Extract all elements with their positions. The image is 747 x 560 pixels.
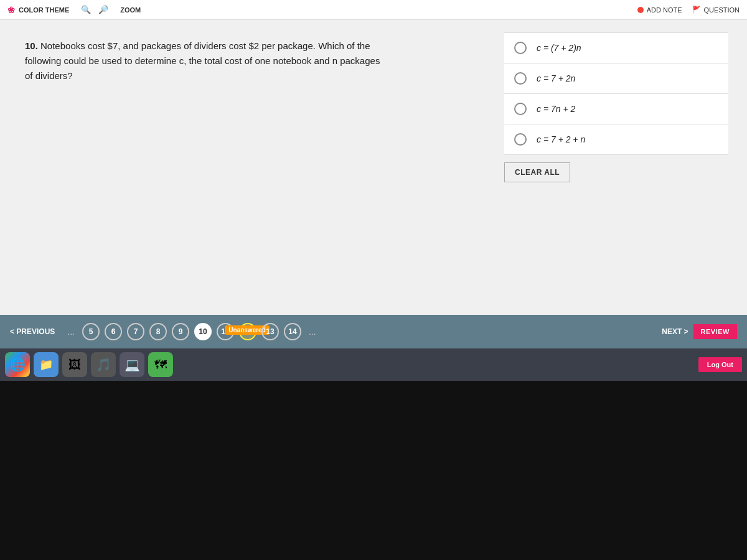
question-area: 10. Notebooks cost $7, and packages of d… <box>0 20 747 315</box>
nav-number-10-wrapper: 10 <box>194 323 212 340</box>
zoom-label: ZOOM <box>120 6 141 14</box>
question-left: 10. Notebooks cost $7, and packages of d… <box>0 20 486 315</box>
radio-a[interactable] <box>514 42 527 54</box>
nav-number-5[interactable]: 5 <box>82 323 100 340</box>
toolbar-left: ❀ COLOR THEME 🔍 🔎 ZOOM <box>7 3 141 17</box>
flag-icon: 🚩 <box>692 6 701 14</box>
answer-text-a: c = (7 + 2)n <box>537 43 581 53</box>
answer-text-b: c = 7 + 2n <box>537 73 575 83</box>
radio-b[interactable] <box>514 72 527 85</box>
nav-number-13[interactable]: 13 <box>261 323 279 340</box>
question-right: c = (7 + 2)n c = 7 + 2n c = 7n + 2 c = 7… <box>486 20 747 315</box>
nav-number-13-wrapper: 13 <box>261 323 279 340</box>
nav-number-5-wrapper: 5 <box>82 323 100 340</box>
taskbar-maps[interactable]: 🗺 <box>148 352 173 377</box>
answer-option-c[interactable]: c = 7n + 2 <box>504 94 728 124</box>
nav-dots-left: ... <box>67 327 75 337</box>
toolbar-right: ADD NOTE 🚩 QUESTION <box>637 6 740 14</box>
answer-option-d[interactable]: c = 7 + 2 + n <box>504 124 728 155</box>
search-icon-btn[interactable]: 🔍 <box>79 3 93 17</box>
toolbar-icons: 🔍 🔎 <box>79 3 110 17</box>
add-note-button[interactable]: ADD NOTE <box>637 6 682 14</box>
taskbar-chrome[interactable]: 🌐 <box>5 352 30 377</box>
add-note-dot-icon <box>637 7 644 13</box>
answer-option-b[interactable]: c = 7 + 2n <box>504 63 728 94</box>
previous-button[interactable]: < PREVIOUS <box>10 327 55 336</box>
toolbar: ❀ COLOR THEME 🔍 🔎 ZOOM ADD NOTE 🚩 QUESTI… <box>0 0 747 20</box>
brand-label: COLOR THEME <box>19 6 69 14</box>
question-body: Notebooks cost $7, and packages of divid… <box>25 40 380 81</box>
nav-number-7[interactable]: 7 <box>127 323 144 340</box>
nav-number-9-wrapper: 9 <box>172 323 189 340</box>
toolbar-brand: ❀ COLOR THEME <box>7 5 69 15</box>
dark-background <box>0 381 747 560</box>
nav-number-7-wrapper: 7 <box>127 323 144 340</box>
nav-number-10[interactable]: 10 <box>194 323 212 340</box>
clear-all-button[interactable]: CLEAR ALL <box>504 162 570 182</box>
flower-icon: ❀ <box>7 5 15 15</box>
radio-c[interactable] <box>514 103 527 115</box>
add-note-label: ADD NOTE <box>647 6 682 14</box>
nav-dots-right: ... <box>309 327 316 337</box>
nav-number-12-wrapper: Unanswered 12 <box>239 323 256 340</box>
answer-option-a[interactable]: c = (7 + 2)n <box>504 32 728 63</box>
question-flag-label: QUESTION <box>704 6 740 14</box>
logout-button[interactable]: Log Out <box>698 357 742 372</box>
exam-container: ❀ COLOR THEME 🔍 🔎 ZOOM ADD NOTE 🚩 QUESTI… <box>0 0 747 348</box>
nav-number-6-wrapper: 6 <box>105 323 122 340</box>
question-flag-button[interactable]: 🚩 QUESTION <box>692 6 740 14</box>
taskbar-system[interactable]: 💻 <box>120 352 144 377</box>
review-button[interactable]: REVIEW <box>693 324 737 339</box>
nav-number-8-wrapper: 8 <box>149 323 167 340</box>
nav-number-8[interactable]: 8 <box>149 323 167 340</box>
radio-d[interactable] <box>514 133 527 146</box>
nav-number-14-wrapper: 14 <box>284 323 301 340</box>
answer-text-d: c = 7 + 2 + n <box>537 134 585 144</box>
nav-number-9[interactable]: 9 <box>172 323 189 340</box>
navigation-bar: < PREVIOUS ... 5 6 7 8 9 10 11 Unanswere… <box>0 315 747 348</box>
nav-number-14[interactable]: 14 <box>284 323 301 340</box>
question-number: 10. <box>25 40 38 51</box>
taskbar: 🌐 📁 🖼 🎵 💻 🗺 Log Out <box>0 348 747 381</box>
taskbar-music[interactable]: 🎵 <box>91 352 116 377</box>
nav-number-6[interactable]: 6 <box>105 323 122 340</box>
zoom-search-icon-btn[interactable]: 🔎 <box>96 3 110 17</box>
next-button[interactable]: NEXT > <box>662 327 688 336</box>
taskbar-files[interactable]: 📁 <box>34 352 59 377</box>
question-text: 10. Notebooks cost $7, and packages of d… <box>25 39 386 83</box>
answer-text-c: c = 7n + 2 <box>537 104 575 114</box>
taskbar-photos[interactable]: 🖼 <box>62 352 87 377</box>
